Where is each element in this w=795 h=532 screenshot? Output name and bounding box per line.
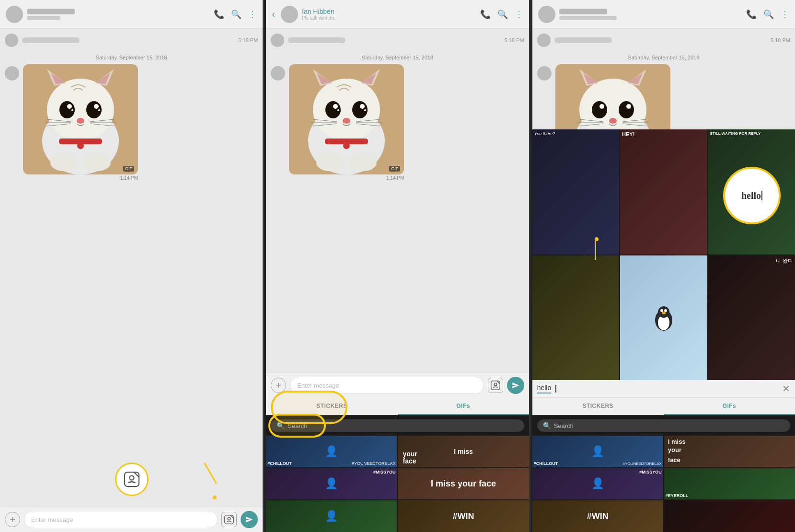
gifs-tab-3[interactable]: GIFs <box>664 398 795 415</box>
phone-icon-3[interactable]: 📞 <box>746 9 757 20</box>
svg-point-11 <box>71 109 73 111</box>
sender-avatar-1 <box>5 66 19 81</box>
gif-cell-3-2[interactable]: I miss your face <box>664 436 795 467</box>
hello-connector-dot-3 <box>595 237 599 241</box>
blur-message-3: 5:18 PM <box>537 34 790 47</box>
plus-button-1[interactable]: + <box>5 512 20 527</box>
gif-cell-2-4[interactable]: I miss your face <box>398 468 529 500</box>
gif-result-5-penguin[interactable] <box>620 255 707 381</box>
blur-message-2: 5:18 PM <box>271 34 524 47</box>
gif-time-1: 1:14 PM <box>120 175 138 181</box>
svg-point-2 <box>47 79 114 141</box>
gif-tag-2-1: #CHILLOUT <box>267 461 292 466</box>
gif-cell-3-5[interactable]: #WIN <box>532 500 663 532</box>
search-icon-3[interactable]: 🔍 <box>763 9 774 20</box>
search-icon-2[interactable]: 🔍 <box>497 9 508 20</box>
svg-point-23 <box>84 154 111 171</box>
gif-time-2: 1:14 PM <box>386 175 404 181</box>
avatar-1 <box>6 6 23 23</box>
avatar-2 <box>281 6 298 23</box>
gif-cell-2-2[interactable]: I miss your face <box>398 436 529 467</box>
blur-avatar-1 <box>5 34 18 47</box>
gif-panel-2: STICKERS GIFs 🔍 Search 👤 <box>266 398 529 532</box>
blur-avatar-2 <box>271 34 284 47</box>
sticker-button-2[interactable] <box>488 378 503 393</box>
svg-point-49 <box>343 142 350 149</box>
search-icon-1[interactable]: 🔍 <box>231 9 242 20</box>
svg-point-80 <box>664 309 667 312</box>
svg-point-53 <box>494 383 497 386</box>
svg-point-39 <box>337 109 339 111</box>
blur-bubble-1 <box>22 37 80 43</box>
svg-point-63 <box>599 104 604 109</box>
sender-avatar-3 <box>537 66 552 81</box>
topbar-1: 📞 🔍 ⋮ <box>0 0 263 29</box>
blur-time-2: 5:18 PM <box>505 37 524 43</box>
word-cursor-3 <box>555 385 556 393</box>
gif-search-icon-3: 🔍 <box>543 422 551 429</box>
svg-point-22 <box>50 154 77 171</box>
avatar-3 <box>538 6 555 23</box>
send-button-2[interactable] <box>507 377 524 394</box>
topbar-icons-2: 📞 🔍 ⋮ <box>480 9 523 20</box>
gif-cell-2-5[interactable]: 👤 <box>266 500 397 532</box>
back-button-2[interactable]: ‹ <box>272 9 275 20</box>
message-input-1[interactable]: Enter message <box>24 511 218 528</box>
gif-result-4[interactable] <box>532 255 619 381</box>
chat-area-2: 5:18 PM Saturday, September 15, 2018 <box>266 29 529 372</box>
cat-gif-bubble-1: GIF 1:14 PM <box>5 64 258 181</box>
more-icon-3[interactable]: ⋮ <box>781 9 789 20</box>
blur-avatar-3 <box>537 34 551 47</box>
date-divider-1: Saturday, September 15, 2018 <box>5 55 258 60</box>
svg-point-62 <box>619 101 634 118</box>
blur-time-1: 5:18 PM <box>238 37 258 43</box>
sticker-button-1[interactable] <box>221 512 237 527</box>
svg-point-61 <box>592 101 607 118</box>
gif-cell-2-6[interactable]: #WIN <box>398 500 529 532</box>
contact-name-2: Ian Hibben <box>302 8 476 15</box>
contact-status-blurred-3 <box>559 16 617 20</box>
gif-result-2[interactable]: HEY! <box>620 129 707 254</box>
gif-search-bar-3[interactable]: 🔍 Search <box>537 419 790 432</box>
cat-gif-image-1: GIF <box>23 64 138 174</box>
gif-cell-2-3[interactable]: 👤 #MISSYOU <box>266 468 397 500</box>
panel-2: ‹ Ian Hibben Pls talk with me 📞 🔍 ⋮ 5:18… <box>266 0 530 532</box>
blur-time-3: 5:18 PM <box>771 37 790 43</box>
send-button-1[interactable] <box>241 511 258 528</box>
svg-point-40 <box>364 109 366 111</box>
svg-point-51 <box>350 154 377 171</box>
gifs-tab-2[interactable]: GIFs <box>398 398 529 415</box>
gif-grid-2: 👤 #CHILLOUT #YOUNEEDTORELAX I miss your … <box>266 436 529 532</box>
gif-cell-3-1[interactable]: 👤 #CHILLOUT #YOUNEEDTORELAX <box>532 436 663 467</box>
gif-tabs-3: STICKERS GIFs <box>532 398 795 416</box>
stickers-tab-3[interactable]: STICKERS <box>532 398 664 415</box>
gif-cell-3-6[interactable] <box>664 500 795 532</box>
more-icon-1[interactable]: ⋮ <box>248 9 257 20</box>
hello-zoom-circle-3: hello <box>723 167 781 224</box>
topbar-icons-3: 📞 🔍 ⋮ <box>746 9 789 20</box>
sender-avatar-2 <box>271 66 285 81</box>
phone-icon-2[interactable]: 📞 <box>480 9 491 20</box>
blur-message-1: 5:18 PM <box>5 34 258 47</box>
gif-cell-3-4[interactable]: #EYEROLL <box>664 468 795 500</box>
contact-name-blurred-1 <box>27 9 75 14</box>
search-big-circle-2 <box>271 391 347 424</box>
gif-result-6[interactable]: 나 왔다 <box>708 255 795 381</box>
svg-point-30 <box>313 79 380 141</box>
panel-1: 📞 🔍 ⋮ 5:18 PM Saturday, September 15, 20… <box>0 0 264 532</box>
gif-cell-3-3[interactable]: 👤 #MISSYOU <box>532 468 663 500</box>
clear-search-button-3[interactable]: ✕ <box>782 383 790 394</box>
blur-bubble-2 <box>288 37 346 43</box>
phone-icon-1[interactable]: 📞 <box>214 9 224 20</box>
typed-word-3[interactable]: hello <box>537 384 552 393</box>
svg-point-21 <box>77 142 84 149</box>
more-icon-2[interactable]: ⋮ <box>515 9 523 20</box>
gif-cell-2-1[interactable]: 👤 #CHILLOUT #YOUNEEDTORELAX <box>266 436 397 467</box>
gif-result-1[interactable]: You there? <box>532 129 619 254</box>
contact-info-2: Ian Hibben Pls talk with me <box>302 8 476 21</box>
svg-point-12 <box>98 109 100 111</box>
input-bar-1: + Enter message <box>0 507 263 532</box>
svg-point-50 <box>316 154 343 171</box>
cat-gif-bubble-2: GIF 1:14 PM <box>271 64 524 181</box>
chat-area-3: 5:18 PM Saturday, September 15, 2018 <box>532 29 795 380</box>
